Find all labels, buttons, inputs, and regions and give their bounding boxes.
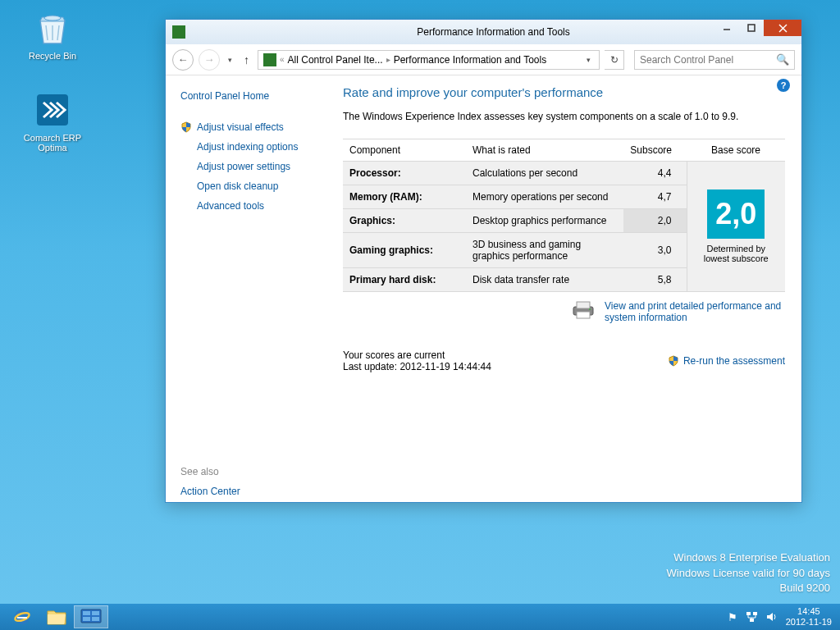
desktop-icon-comarch[interactable]: Comarch ERP Optima [20, 90, 85, 153]
svg-rect-7 [577, 302, 590, 308]
row-rated: Disk data transfer rate [466, 268, 623, 292]
page-description: The Windows Experience Index assesses ke… [343, 111, 785, 122]
breadcrumb-dropdown[interactable]: ▾ [583, 56, 594, 64]
main-content: ? Rate and improve your computer's perfo… [338, 75, 801, 502]
svg-rect-13 [83, 611, 90, 615]
col-rated: What is rated [466, 139, 623, 162]
page-heading: Rate and improve your computer's perform… [343, 85, 785, 99]
row-score: 3,0 [623, 233, 687, 268]
search-input[interactable] [640, 54, 776, 66]
help-icon[interactable]: ? [777, 79, 790, 92]
titlebar[interactable]: Performance Information and Tools [166, 20, 801, 44]
app-icon [172, 25, 185, 39]
sidebar: Control Panel Home Adjust visual effects… [166, 75, 338, 502]
breadcrumb[interactable]: « All Control Panel Ite... ▸ Performance… [258, 50, 600, 70]
minimize-button[interactable] [714, 20, 739, 36]
refresh-button[interactable]: ↻ [605, 50, 624, 70]
printer-icon [570, 300, 596, 320]
row-label: Graphics: [343, 209, 466, 233]
taskbar-control-panel[interactable] [74, 605, 108, 628]
network-icon[interactable] [746, 611, 758, 623]
flag-icon[interactable]: ⚑ [728, 611, 737, 623]
sidebar-link-advanced[interactable]: Advanced tools [180, 200, 323, 212]
control-panel-home-link[interactable]: Control Panel Home [180, 90, 323, 102]
search-box[interactable]: 🔍 [634, 50, 795, 70]
svg-rect-15 [83, 617, 90, 621]
desktop-icon-recycle-bin[interactable]: Recycle Bin [20, 8, 85, 61]
action-center-link[interactable]: Action Center [180, 486, 323, 497]
row-score: 5,8 [623, 268, 687, 292]
svg-rect-14 [92, 611, 99, 615]
rerun-label: Re-run the assessment [683, 355, 785, 367]
sidebar-link-label: Advanced tools [197, 200, 264, 212]
history-dropdown[interactable]: ▾ [225, 56, 235, 64]
table-row: Processor: Calculations per second 4,4 2… [343, 162, 785, 185]
taskbar-clock[interactable]: 14:45 2012-11-19 [786, 606, 835, 627]
status-block: Your scores are current Last update: 201… [343, 349, 491, 372]
svg-rect-18 [753, 612, 757, 615]
sidebar-link-label: Open disk cleanup [197, 180, 278, 192]
svg-rect-19 [750, 619, 754, 622]
shield-icon [180, 121, 192, 133]
taskbar-ie[interactable] [5, 605, 39, 628]
row-label: Memory (RAM): [343, 185, 466, 209]
status-current: Your scores are current [343, 349, 491, 361]
navbar: ← → ▾ ↑ « All Control Panel Ite... ▸ Per… [166, 44, 801, 75]
sidebar-link-power[interactable]: Adjust power settings [180, 161, 323, 172]
recycle-bin-icon [33, 8, 72, 48]
row-rated: Memory operations per second [466, 185, 623, 209]
row-label: Primary hard disk: [343, 268, 466, 292]
base-score-label: Determined by lowest subscore [694, 244, 779, 263]
svg-point-0 [44, 16, 61, 21]
svg-rect-3 [748, 25, 755, 31]
sidebar-link-label: Adjust power settings [197, 161, 290, 172]
view-print-link[interactable]: View and print detailed performance and … [605, 300, 785, 323]
watermark-line: Windows 8 Enterprise Evaluation [667, 550, 830, 565]
base-score-cell: 2,0 Determined by lowest subscore [687, 162, 785, 292]
row-score: 2,0 [623, 209, 687, 233]
sidebar-link-indexing[interactable]: Adjust indexing options [180, 141, 323, 153]
comarch-icon [33, 90, 72, 130]
clock-date: 2012-11-19 [786, 617, 832, 628]
row-label: Processor: [343, 162, 466, 185]
rerun-assessment-link[interactable]: Re-run the assessment [668, 349, 785, 372]
sidebar-link-visual-effects[interactable]: Adjust visual effects [180, 121, 323, 133]
desktop-icon-label: Comarch ERP Optima [20, 133, 85, 153]
desktop-icon-label: Recycle Bin [20, 51, 85, 61]
forward-button[interactable]: → [199, 49, 220, 71]
back-button[interactable]: ← [172, 49, 194, 71]
sidebar-link-label: Adjust visual effects [197, 121, 284, 133]
control-panel-icon [263, 53, 276, 66]
row-rated: Calculations per second [466, 162, 623, 185]
search-icon: 🔍 [776, 53, 789, 66]
volume-icon[interactable] [766, 611, 778, 623]
base-score-value: 2,0 [707, 189, 765, 239]
watermark-line: Windows License valid for 90 days [667, 566, 830, 581]
svg-point-9 [589, 308, 591, 310]
breadcrumb-prefix: « [280, 55, 285, 64]
breadcrumb-item[interactable]: Performance Information and Tools [394, 54, 547, 66]
col-subscore: Subscore [623, 139, 687, 162]
row-rated: 3D business and gaming graphics performa… [466, 233, 623, 268]
status-last-update: Last update: 2012-11-19 14:44:44 [343, 361, 491, 372]
window-performance-info: Performance Information and Tools ← → ▾ … [165, 19, 802, 503]
svg-rect-8 [577, 312, 590, 318]
taskbar-explorer[interactable] [39, 605, 74, 628]
see-also-heading: See also [180, 466, 323, 477]
chevron-right-icon: ▸ [386, 55, 390, 64]
breadcrumb-item[interactable]: All Control Panel Ite... [288, 54, 383, 66]
window-title: Performance Information and Tools [185, 26, 801, 38]
close-button[interactable] [764, 20, 801, 36]
score-table: Component What is rated Subscore Base sc… [343, 139, 785, 292]
sidebar-link-disk-cleanup[interactable]: Open disk cleanup [180, 180, 323, 192]
taskbar: ⚑ 14:45 2012-11-19 [0, 604, 840, 630]
row-score: 4,7 [623, 185, 687, 209]
desktop-watermark: Windows 8 Enterprise Evaluation Windows … [667, 550, 830, 596]
clock-time: 14:45 [786, 606, 832, 617]
row-rated: Desktop graphics performance [466, 209, 623, 233]
maximize-button[interactable] [739, 20, 764, 36]
row-score: 4,4 [623, 162, 687, 185]
up-button[interactable]: ↑ [240, 53, 253, 66]
col-component: Component [343, 139, 466, 162]
svg-rect-17 [746, 612, 751, 615]
